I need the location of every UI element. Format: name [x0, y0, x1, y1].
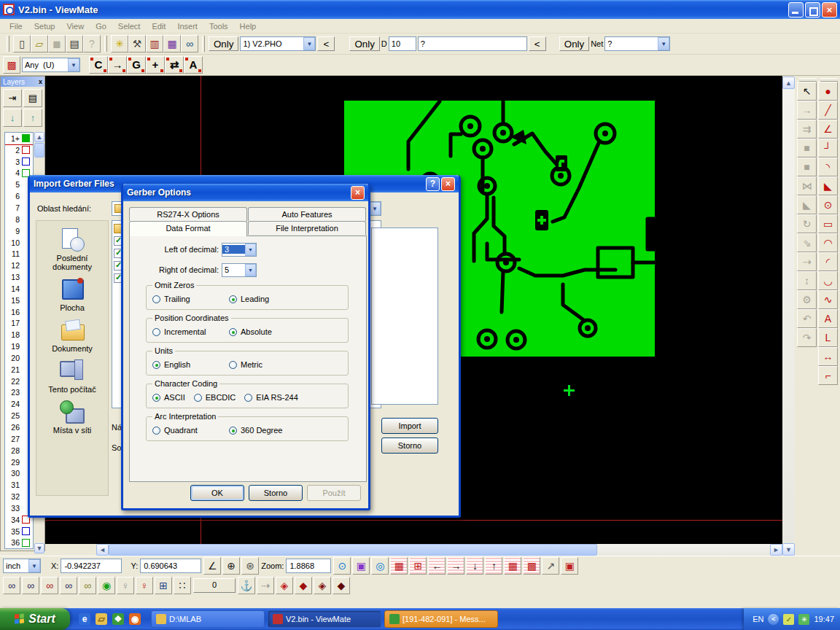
book-icon[interactable]: ❖	[112, 613, 124, 625]
scroll-down-icon[interactable]: ▼	[34, 543, 44, 553]
layer-color-swatch[interactable]	[22, 134, 30, 142]
only-layer-button[interactable]: Only	[209, 36, 238, 51]
layer-combobox[interactable]: 1) V2.PHO ▼	[240, 36, 316, 51]
menu-help[interactable]: Help	[235, 20, 262, 32]
place-desktop[interactable]: Plocha	[37, 278, 107, 312]
layer-row[interactable]: 36	[5, 537, 33, 549]
layer-row[interactable]: 2	[5, 144, 33, 156]
draw-polyline-icon[interactable]: ∠	[818, 120, 838, 139]
view-sketch-icon[interactable]: ∞	[79, 577, 96, 594]
open-file-icon[interactable]: ▱	[31, 35, 48, 52]
tools-film-icon[interactable]: ⚒	[128, 35, 146, 52]
language-indicator[interactable]: EN	[752, 615, 763, 623]
chevron-down-icon[interactable]: ▼	[245, 244, 256, 256]
radio-quadrant[interactable]: Quadrant	[152, 426, 229, 435]
move-layer-icon[interactable]: ⇢	[797, 252, 817, 271]
tile-windows-icon[interactable]: ⊞	[155, 577, 172, 594]
origin-icon[interactable]: ⊕	[222, 557, 240, 575]
vertical-scrollbar[interactable]: ▲ ▼	[782, 77, 795, 556]
start-button[interactable]: Start	[0, 608, 70, 630]
layer-color-swatch[interactable]	[22, 527, 30, 535]
draw-triangle-icon[interactable]: ◣	[818, 176, 838, 195]
zoom-in-icon[interactable]: ⊙	[333, 557, 351, 575]
place-computer[interactable]: Tento počítač	[37, 359, 107, 394]
move-item-icon[interactable]: →	[797, 101, 817, 120]
dialog-help-button[interactable]: ?	[426, 177, 440, 191]
draw-rect-icon[interactable]: ▭	[818, 214, 838, 233]
radio-trailing[interactable]: Trailing	[152, 295, 229, 303]
relative-origin-icon[interactable]: ⊛	[241, 557, 259, 575]
layer-down-icon[interactable]: ↓	[3, 109, 22, 127]
radio-360-degree[interactable]: 360 Degree	[229, 426, 306, 435]
scroll-left-icon[interactable]: ◄	[96, 544, 109, 556]
draw-dimension-icon[interactable]: ↔	[818, 347, 838, 366]
select-mode-icon[interactable]: ▩	[3, 56, 20, 74]
undo-icon[interactable]: ↶	[797, 309, 817, 328]
only-dcode-button[interactable]: Only	[349, 36, 379, 51]
flash-plus-button[interactable]: +	[146, 56, 165, 74]
layer-row[interactable]: 35	[5, 526, 33, 537]
draw-line-icon[interactable]: ╱	[818, 101, 838, 120]
tray-clipboard-icon[interactable]: ✓	[783, 614, 794, 625]
scale-icon[interactable]: ⇘	[797, 233, 817, 252]
browser-icon[interactable]: e	[79, 613, 90, 625]
layer-insert-icon[interactable]: ⇥	[3, 89, 22, 107]
highlight-on-icon[interactable]: ◉	[98, 577, 115, 594]
fill-dark-icon[interactable]: ■	[797, 139, 817, 158]
prev-dcode-button[interactable]: <	[529, 36, 546, 51]
place-docs[interactable]: Dokumenty	[37, 319, 107, 353]
decimal-combobox[interactable]: 3▼	[222, 243, 257, 257]
stretch-icon[interactable]: ↕	[797, 271, 817, 290]
pan-up-icon[interactable]: ↑	[485, 557, 502, 575]
cancel-button[interactable]: Storno	[381, 438, 438, 454]
print-icon[interactable]: ▤	[66, 35, 83, 52]
view-traces-icon[interactable]: ∞	[60, 577, 77, 594]
import-button[interactable]: Import	[381, 418, 438, 434]
text-a-button[interactable]: A	[184, 56, 203, 74]
layer-row[interactable]: 3	[5, 156, 33, 168]
restore-button[interactable]	[805, 2, 820, 18]
pan-down-icon[interactable]: ↓	[466, 557, 483, 575]
lamp-red-icon[interactable]: ♀	[136, 577, 153, 594]
window-resize-icon[interactable]: ↗	[542, 557, 559, 575]
radio-icon[interactable]	[229, 427, 237, 435]
gerber-g-button[interactable]: G	[127, 56, 146, 74]
pan-right-icon[interactable]: →	[447, 557, 464, 575]
tray-flower-icon[interactable]: ✳	[798, 614, 809, 625]
menu-file[interactable]: File	[4, 20, 28, 32]
layer-film-icon[interactable]: ▤	[23, 89, 42, 107]
taskbar-task[interactable]: V2.bin - ViewMate	[268, 610, 381, 628]
place-network[interactable]: Místa v síti	[37, 400, 107, 435]
grid-toggle-icon[interactable]: ⊞	[409, 557, 427, 575]
radio-icon[interactable]	[229, 295, 237, 303]
taskbar-task[interactable]: [191-482-091] - Mess...	[384, 610, 498, 628]
dialog-close-button[interactable]: ×	[351, 186, 365, 200]
copy-item-icon[interactable]: ⇉	[797, 120, 817, 139]
radio-icon[interactable]	[152, 361, 160, 369]
taskbar-task[interactable]: D:\MLAB	[151, 610, 265, 628]
radio-icon[interactable]	[229, 361, 237, 369]
grid-offset-icon[interactable]: ▩	[523, 557, 540, 575]
menu-edit[interactable]: Edit	[147, 20, 171, 32]
menu-tools[interactable]: Tools	[204, 20, 233, 32]
scrollbar-thumb[interactable]	[34, 143, 44, 158]
radio-ebcdic[interactable]: EBCDIC	[194, 393, 236, 402]
radio-leading[interactable]: Leading	[229, 295, 306, 303]
draw-arc1-icon[interactable]: ◠	[818, 233, 838, 252]
angle-measure-icon[interactable]: ∠	[203, 557, 221, 575]
layers-close-icon[interactable]: x	[39, 78, 42, 85]
draw-arc3-icon[interactable]: ◡	[818, 271, 838, 290]
menu-go[interactable]: Go	[90, 20, 112, 32]
draw-corner-icon[interactable]: ⌐	[818, 366, 838, 385]
film-highlight-icon[interactable]: ▥	[146, 35, 163, 52]
chevron-down-icon[interactable]: ▼	[369, 202, 381, 215]
flash-mode2-icon[interactable]: ◆	[295, 577, 312, 594]
flash-mode1-icon[interactable]: ◈	[276, 577, 293, 594]
view-lines-icon[interactable]: ∞	[22, 577, 39, 594]
trace-swap-button[interactable]: ⇄	[165, 56, 184, 74]
radio-icon[interactable]	[152, 394, 160, 402]
layers-panel-titlebar[interactable]: Layers x	[1, 77, 44, 87]
radio-icon[interactable]	[194, 394, 202, 402]
redo-icon[interactable]: ↷	[797, 328, 817, 347]
menu-setup[interactable]: Setup	[29, 20, 61, 32]
